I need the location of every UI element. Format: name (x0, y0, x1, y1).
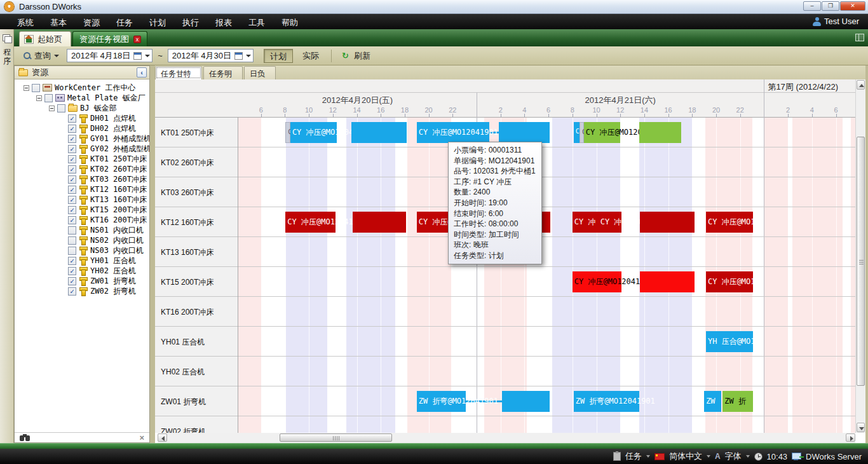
status-language-label[interactable]: 简体中文 (669, 451, 702, 462)
date-to-field[interactable]: 2012年 4月30日 (168, 49, 254, 62)
task-bar[interactable]: CY 冲压@MO1 (706, 212, 753, 233)
tree-item[interactable]: ✓ZW01 折弯机 (15, 276, 136, 286)
task-bar[interactable]: CY 冲压@MO12041902 (584, 122, 620, 143)
close-button[interactable]: ✕ (840, 1, 865, 11)
scroll-up-button[interactable] (857, 80, 865, 90)
tree-checkbox[interactable] (68, 236, 76, 245)
tree-item[interactable]: Metal Plate 钣金厂 (15, 93, 146, 103)
program-panel-icon[interactable] (3, 34, 11, 43)
tree-expander-icon[interactable] (36, 95, 42, 101)
query-button[interactable]: 查询 (19, 48, 63, 64)
calendar-icon[interactable] (133, 52, 142, 60)
horizontal-scroll-thumb[interactable] (280, 433, 392, 442)
task-bar[interactable]: YH 压合@MO1 (706, 331, 753, 352)
current-user[interactable]: Test User (813, 17, 859, 26)
horizontal-scrollbar[interactable] (158, 433, 855, 443)
tree-item[interactable]: ✓GY02 外桶成型机 (15, 144, 149, 154)
vertical-scrollbar[interactable] (855, 79, 865, 433)
tree-item[interactable]: NS03 内收口机 (15, 245, 144, 256)
task-bar[interactable]: CY 冲压@MO12041901 (417, 122, 489, 143)
tree-item[interactable]: ✓KT01 250T冲床 (15, 154, 147, 164)
collapse-panel-button[interactable]: ‹ (137, 67, 147, 78)
tree-checkbox[interactable]: ✓ (68, 175, 76, 184)
tree-item[interactable]: NS01 内收口机 (15, 225, 144, 235)
tab-home-page[interactable]: 起始页 (19, 31, 71, 46)
task-bar[interactable] (640, 212, 695, 233)
task-bar[interactable] (499, 122, 550, 143)
calendar-icon[interactable] (234, 52, 243, 60)
scroll-right-button[interactable] (846, 433, 855, 442)
tree-checkbox[interactable]: ✓ (68, 155, 76, 163)
menu-item-帮助[interactable]: 帮助 (273, 14, 306, 29)
task-bar[interactable]: CY 冲压@MO12041904 (285, 212, 335, 233)
gantt-tab-任务甘特图[interactable]: 任务甘特图 (155, 66, 202, 79)
maximize-button[interactable]: ❐ (822, 1, 839, 11)
task-bar[interactable]: ZW 折弯@MO12041901 (417, 391, 466, 412)
tree-item[interactable]: ✓DH01 点焊机 (15, 113, 136, 123)
clear-filter-icon[interactable]: × (139, 433, 144, 442)
close-tab-icon[interactable]: x (133, 36, 141, 43)
task-bar[interactable] (639, 122, 681, 143)
tree-item[interactable]: BJ 钣金部 (15, 103, 117, 113)
tree-expander-icon[interactable] (24, 85, 29, 91)
tree-checkbox[interactable]: ✓ (68, 165, 76, 174)
tree-item[interactable]: ✓DH02 点焊机 (15, 123, 136, 133)
menu-item-资源[interactable]: 资源 (75, 14, 108, 29)
task-bar[interactable]: CY 冲压@MO1 (706, 271, 753, 292)
menu-item-系统[interactable]: 系统 (9, 14, 42, 29)
menu-item-执行[interactable]: 执行 (174, 14, 207, 29)
tree-checkbox[interactable]: ✓ (68, 135, 76, 143)
tree-item[interactable]: NS02 内收口机 (15, 235, 144, 245)
tree-checkbox[interactable] (57, 104, 65, 113)
task-bar[interactable] (351, 122, 407, 143)
tree-item[interactable]: ✓KT02 260T冲床 (15, 164, 147, 174)
menu-item-任务[interactable]: 任务 (108, 14, 141, 29)
task-bar[interactable]: CY 冲压@MO12041903 (573, 271, 621, 292)
setup-bar[interactable]: C (285, 122, 290, 143)
tree-checkbox[interactable]: ✓ (68, 145, 76, 153)
tree-checkbox[interactable] (44, 94, 53, 102)
gantt-tab-日负荷[interactable]: 日负荷 (244, 66, 276, 79)
tree-checkbox[interactable]: ✓ (68, 277, 76, 285)
task-bar[interactable]: CY 冲 CY 冲压@MO12041904 (573, 212, 621, 233)
font-dropdown-icon[interactable] (746, 455, 750, 458)
status-task-label[interactable]: 任务 (625, 451, 642, 462)
program-panel-tab[interactable]: 程序 (0, 48, 14, 65)
tree-item[interactable]: ✓GY01 外桶成型机 (15, 133, 149, 144)
tree-checkbox[interactable]: ✓ (68, 206, 76, 214)
tree-checkbox[interactable] (32, 84, 40, 92)
setup-bar[interactable]: C (580, 122, 584, 143)
task-bar[interactable]: ZW (704, 391, 721, 412)
tree-expander-icon[interactable] (49, 106, 55, 111)
status-font-label[interactable]: 字体 (725, 451, 742, 462)
tree-checkbox[interactable]: ✓ (68, 267, 76, 275)
date-to-dropdown-icon[interactable] (246, 55, 251, 57)
tree-checkbox[interactable]: ✓ (68, 186, 76, 194)
language-dropdown-icon[interactable] (707, 455, 710, 458)
menu-item-基本[interactable]: 基本 (42, 14, 75, 29)
task-bar[interactable]: ZW 折 (722, 391, 753, 412)
tree-checkbox[interactable]: ✓ (68, 196, 76, 204)
menu-item-报表[interactable]: 报表 (207, 14, 240, 29)
task-bar[interactable]: ZW 折弯@MO12041901 (574, 391, 640, 412)
gantt-chart-area[interactable]: CCY 冲压@MO12041901CY 冲压@MO12041901CCCY 冲压… (238, 118, 855, 433)
menu-item-工具[interactable]: 工具 (240, 14, 273, 29)
tree-item[interactable]: ✓YH02 压合机 (15, 266, 136, 276)
scroll-left-button[interactable] (158, 433, 167, 442)
task-bar[interactable]: C (574, 122, 580, 143)
tree-checkbox[interactable]: ✓ (68, 114, 76, 123)
tree-checkbox[interactable]: ✓ (68, 216, 76, 224)
tree-item[interactable]: ✓YH01 压合机 (15, 256, 136, 266)
tree-item[interactable]: ✓KT15 200T冲床 (15, 205, 147, 215)
task-bar[interactable] (502, 391, 550, 412)
tree-item[interactable]: ✓KT12 160T冲床 (15, 184, 147, 194)
tab-resource-task-view[interactable]: 资源任务视图 x (72, 31, 147, 46)
date-from-field[interactable]: 2012年 4月18日 (67, 49, 153, 62)
vertical-scroll-thumb[interactable] (857, 137, 865, 386)
minimize-button[interactable]: – (803, 1, 821, 11)
task-bar[interactable] (353, 212, 406, 233)
task-bar[interactable]: CY 冲压@MO12041901 (290, 122, 337, 143)
tree-item[interactable]: WorkCenter 工作中心 (15, 83, 135, 93)
menu-item-计划[interactable]: 计划 (141, 14, 174, 29)
tree-checkbox[interactable]: ✓ (68, 257, 76, 265)
